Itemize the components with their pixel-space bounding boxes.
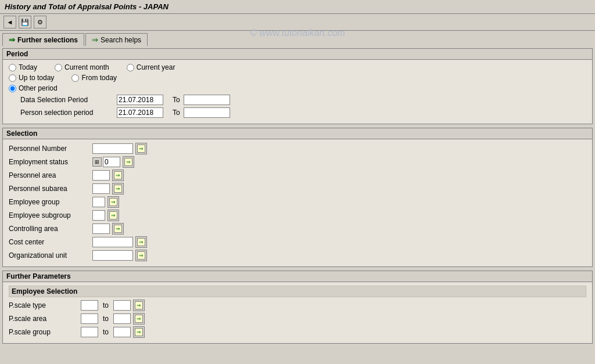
- cost-center-arrow[interactable]: ⇒: [135, 236, 147, 248]
- to-label-1: To: [173, 96, 180, 104]
- main-content: Period Today Current month Current year: [0, 46, 595, 349]
- further-params-body: Employee Selection P.scale type to ⇒ P.s…: [3, 282, 592, 343]
- window-title: History and Total of Appraisal Points - …: [0, 0, 595, 14]
- radio-today: Today: [9, 63, 37, 71]
- pscale-type-from[interactable]: [81, 300, 98, 311]
- pscale-type-arrow-icon: ⇒: [135, 301, 143, 309]
- radio-up-to-today-label: Up to today: [19, 74, 54, 82]
- employee-subgroup-arrow-icon: ⇒: [109, 211, 117, 219]
- radio-from-today-input[interactable]: [71, 74, 79, 82]
- toolbar: ◄ 💾 ⚙ © www.tutorialkart.com: [0, 14, 595, 31]
- personnel-number-arrow[interactable]: ⇒: [135, 143, 147, 154]
- employment-status-row: Employment status ⊞ ⇒: [9, 156, 586, 168]
- employee-group-row: Employee group ⇒: [9, 196, 586, 208]
- pscale-area-to[interactable]: [113, 313, 131, 324]
- employment-status-icon[interactable]: ⊞: [92, 157, 102, 167]
- selection-section-header: Selection: [3, 128, 592, 139]
- personnel-area-arrow-icon: ⇒: [114, 171, 122, 179]
- pscale-type-arrow[interactable]: ⇒: [133, 300, 145, 311]
- period-row-3: Other period: [9, 84, 586, 92]
- radio-up-to-today: Up to today: [9, 74, 54, 82]
- pscale-group-from[interactable]: [81, 327, 98, 337]
- selection-section: Selection Personnel Number ⇒ Employment …: [2, 128, 593, 267]
- save-button[interactable]: 💾: [19, 16, 31, 28]
- employee-subgroup-arrow[interactable]: ⇒: [107, 210, 119, 221]
- personnel-subarea-arrow[interactable]: ⇒: [112, 183, 124, 194]
- cost-center-row: Cost center ⇒: [9, 236, 586, 248]
- pscale-area-arrow-icon: ⇒: [135, 315, 143, 323]
- radio-up-to-today-input[interactable]: [9, 74, 16, 82]
- tab-further-selections[interactable]: ⇒ Further selections: [2, 33, 84, 46]
- tab-icon-further: ⇒: [9, 35, 15, 44]
- tab-further-selections-label: Further selections: [17, 36, 78, 44]
- employment-status-label: Employment status: [9, 158, 90, 166]
- personnel-subarea-label: Personnel subarea: [9, 185, 90, 193]
- radio-current-month: Current month: [55, 63, 109, 71]
- employment-status-arrow[interactable]: ⇒: [123, 156, 134, 168]
- radio-today-label: Today: [19, 63, 37, 71]
- personnel-subarea-arrow-icon: ⇒: [114, 185, 122, 193]
- pscale-area-from[interactable]: [81, 313, 98, 324]
- settings-button[interactable]: ⚙: [34, 16, 46, 28]
- personnel-number-input[interactable]: [92, 143, 133, 154]
- radio-from-today: From today: [71, 74, 117, 82]
- personnel-number-label: Personnel Number: [9, 145, 90, 153]
- data-selection-period-label: Data Selection Period: [20, 96, 113, 104]
- controlling-area-input[interactable]: [92, 224, 110, 234]
- radio-from-today-label: From today: [81, 74, 117, 82]
- pscale-type-to[interactable]: [113, 300, 131, 311]
- pscale-group-arrow-icon: ⇒: [135, 328, 143, 336]
- controlling-area-arrow-icon: ⇒: [114, 225, 122, 233]
- period-section-header: Period: [3, 49, 592, 60]
- pscale-type-to-label: to: [103, 301, 109, 309]
- pscale-area-label: P.scale area: [9, 315, 78, 323]
- employee-group-arrow-icon: ⇒: [109, 198, 117, 206]
- pscale-group-row: P.scale group to ⇒: [9, 326, 586, 338]
- pscale-type-row: P.scale type to ⇒: [9, 300, 586, 311]
- employment-status-arrow-icon: ⇒: [124, 158, 132, 166]
- radio-current-month-label: Current month: [64, 63, 109, 71]
- radio-today-input[interactable]: [9, 64, 16, 71]
- cost-center-arrow-icon: ⇒: [137, 238, 145, 246]
- data-selection-period-to[interactable]: [184, 95, 230, 105]
- tab-search-helps-label: Search helps: [101, 36, 141, 44]
- person-selection-period-from[interactable]: [117, 107, 163, 118]
- tab-search-helps[interactable]: ⇒ Search helps: [85, 33, 148, 46]
- personnel-area-arrow[interactable]: ⇒: [112, 170, 124, 181]
- period-row-1: Today Current month Current year: [9, 63, 586, 71]
- further-params-header: Further Parameters: [3, 271, 592, 282]
- pscale-area-row: P.scale area to ⇒: [9, 313, 586, 325]
- radio-current-year-input[interactable]: [127, 64, 134, 71]
- data-selection-period-row: Data Selection Period To: [20, 95, 586, 105]
- controlling-area-arrow[interactable]: ⇒: [112, 223, 124, 235]
- data-selection-period-from[interactable]: [117, 95, 163, 105]
- period-section-body: Today Current month Current year Up to t…: [3, 60, 592, 124]
- cost-center-input[interactable]: [92, 237, 133, 247]
- pscale-group-label: P.scale group: [9, 328, 78, 336]
- period-section: Period Today Current month Current year: [2, 48, 593, 124]
- radio-current-month-input[interactable]: [55, 64, 62, 71]
- radio-other-period-input[interactable]: [9, 85, 16, 92]
- employment-status-input[interactable]: [103, 157, 120, 167]
- person-selection-period-label: Person selection period: [20, 109, 113, 117]
- personnel-subarea-input[interactable]: [92, 183, 110, 194]
- personnel-area-input[interactable]: [92, 170, 110, 181]
- person-selection-period-to[interactable]: [184, 107, 230, 118]
- tab-icon-search: ⇒: [92, 35, 98, 44]
- title-text: History and Total of Appraisal Points - …: [5, 2, 169, 11]
- employee-group-input[interactable]: [92, 197, 105, 207]
- org-unit-arrow-icon: ⇒: [137, 251, 145, 260]
- personnel-subarea-row: Personnel subarea ⇒: [9, 183, 586, 194]
- employee-group-arrow[interactable]: ⇒: [107, 196, 119, 208]
- to-label-2: To: [173, 109, 180, 117]
- pscale-area-arrow[interactable]: ⇒: [133, 313, 145, 325]
- pscale-group-to[interactable]: [113, 327, 131, 337]
- radio-other-period: Other period: [9, 84, 58, 92]
- org-unit-arrow[interactable]: ⇒: [135, 250, 147, 261]
- org-unit-input[interactable]: [92, 250, 133, 261]
- person-selection-period-row: Person selection period To: [20, 107, 586, 118]
- pscale-type-label: P.scale type: [9, 301, 78, 309]
- employee-subgroup-input[interactable]: [92, 210, 105, 221]
- back-button[interactable]: ◄: [3, 16, 16, 28]
- pscale-group-arrow[interactable]: ⇒: [133, 326, 145, 338]
